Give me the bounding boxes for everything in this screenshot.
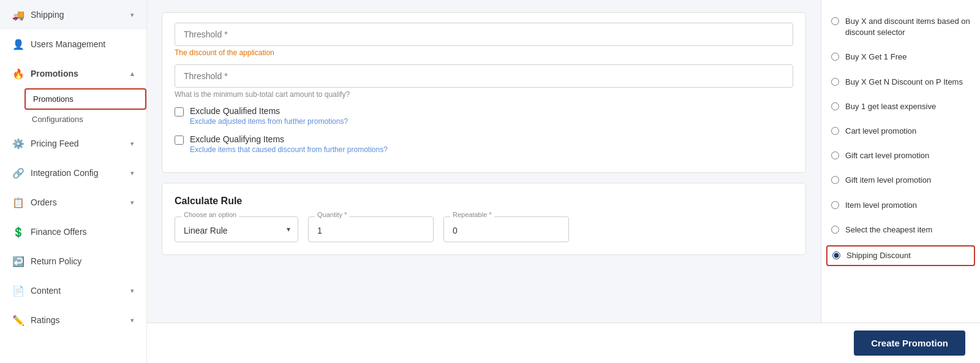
sidebar-item-integration-config[interactable]: 🔗 Integration Config ▾: [0, 158, 146, 188]
sidebar-item-shipping[interactable]: 🚚 Shipping ▾: [0, 0, 146, 29]
radio-buy-1-least-expensive[interactable]: Buy 1 get least expensive: [831, 97, 970, 116]
discount-input-group: The discount of the application: [175, 23, 793, 57]
repeatable-group: Repeatable *: [443, 216, 569, 242]
sidebar-item-promotions-sub[interactable]: Promotions: [24, 88, 146, 110]
radio-gift-cart-level-label: Gift cart level promotion: [845, 150, 929, 161]
chevron-down-icon: ▾: [130, 287, 134, 295]
radio-item-level-label: Item level promotion: [845, 200, 917, 211]
choose-option-group: Choose an option Linear Rule Fixed Rule …: [175, 216, 298, 242]
sidebar: 🚚 Shipping ▾ 👤 Users Management 🔥 Promot…: [0, 0, 147, 363]
sidebar-item-users-management[interactable]: 👤 Users Management: [0, 29, 146, 59]
chevron-down-icon: ▾: [130, 199, 134, 207]
pricing-feed-icon: ⚙️: [12, 137, 24, 150]
main-area: The discount of the application What is …: [147, 0, 980, 363]
repeatable-input[interactable]: [444, 217, 568, 242]
sidebar-item-label: Users Management: [31, 39, 105, 49]
chevron-up-icon: ▴: [130, 70, 134, 78]
sidebar-item-label: Shipping: [31, 10, 64, 20]
user-icon: 👤: [12, 38, 24, 50]
promotions-submenu: Promotions Configurations: [0, 88, 146, 129]
chevron-down-icon: ▾: [130, 316, 134, 324]
radio-select-cheapest[interactable]: Select the cheapest item: [831, 221, 970, 239]
chevron-down-icon: ▾: [130, 140, 134, 148]
threshold-input[interactable]: [175, 64, 793, 88]
sidebar-item-label: Finance Offers: [31, 227, 87, 237]
exclude-qualifying-label: Exclude Qualifying Items: [190, 134, 388, 144]
quantity-label: Quantity *: [315, 211, 349, 218]
radio-select-cheapest-label: Select the cheapest item: [845, 224, 932, 235]
calc-row: Choose an option Linear Rule Fixed Rule …: [175, 216, 793, 242]
sidebar-item-label: Ratings: [31, 315, 59, 325]
content-area: The discount of the application What is …: [147, 0, 980, 323]
calculate-rule-card: Calculate Rule Choose an option Linear R…: [162, 183, 806, 255]
radio-shipping-discount-label: Shipping Discount: [846, 250, 911, 261]
radio-buy-x-get-1-free-label: Buy X Get 1 Free: [845, 52, 907, 63]
shipping-icon: 🚚: [12, 9, 24, 21]
threshold-hint: What is the minimum sub-total cart amoun…: [175, 90, 793, 99]
radio-buy-x-discount-label: Buy X and discount items based on discou…: [845, 16, 970, 38]
sidebar-item-pricing-feed[interactable]: ⚙️ Pricing Feed ▾: [0, 129, 146, 158]
sidebar-item-ratings[interactable]: ✏️ Ratings ▾: [0, 305, 146, 335]
ratings-icon: ✏️: [12, 314, 24, 326]
sidebar-item-label: Return Policy: [31, 256, 81, 266]
quantity-group: Quantity *: [308, 216, 434, 242]
exclude-qualified-row: Exclude Qualified Items Exclude adjusted…: [175, 106, 793, 126]
radio-shipping-discount[interactable]: Shipping Discount: [826, 245, 975, 266]
radio-buy-x-discount-input[interactable]: [831, 17, 839, 25]
choose-option-select[interactable]: Linear Rule Fixed Rule Percentage Rule: [175, 217, 298, 242]
radio-buy-1-least-expensive-label: Buy 1 get least expensive: [845, 101, 936, 112]
radio-gift-item-level[interactable]: Gift item level promotion: [831, 171, 970, 189]
integration-icon: 🔗: [12, 167, 24, 179]
orders-icon: 📋: [12, 196, 24, 208]
sidebar-item-content[interactable]: 📄 Content ▾: [0, 276, 146, 305]
exclude-qualified-checkbox[interactable]: [175, 107, 184, 117]
create-promotion-button[interactable]: Create Promotion: [854, 331, 965, 356]
exclude-qualifying-hint: Exclude items that caused discount from …: [190, 145, 388, 154]
sidebar-item-label: Promotions: [31, 69, 78, 78]
radio-buy-1-least-expensive-input[interactable]: [831, 102, 839, 110]
sidebar-item-label: Orders: [31, 197, 57, 207]
sidebar-item-return-policy[interactable]: ↩️ Return Policy: [0, 246, 146, 276]
radio-buy-x-get-n-discount[interactable]: Buy X Get N Discount on P Items: [831, 73, 970, 91]
bottom-bar: Create Promotion: [147, 323, 980, 363]
radio-select-cheapest-input[interactable]: [831, 226, 839, 234]
radio-cart-level-label: Cart level promotion: [845, 126, 916, 137]
discount-info-card: The discount of the application What is …: [162, 12, 806, 173]
sidebar-item-configurations[interactable]: Configurations: [32, 110, 146, 129]
radio-buy-x-discount[interactable]: Buy X and discount items based on discou…: [831, 12, 970, 42]
sidebar-item-orders[interactable]: 📋 Orders ▾: [0, 188, 146, 217]
radio-buy-x-get-1-free-input[interactable]: [831, 53, 839, 61]
exclude-qualified-hint: Exclude adjusted items from further prom…: [190, 117, 348, 126]
promotion-type-panel: Buy X and discount items based on discou…: [821, 0, 980, 323]
radio-gift-item-level-label: Gift item level promotion: [845, 175, 931, 186]
radio-buy-x-get-1-free[interactable]: Buy X Get 1 Free: [831, 48, 970, 66]
finance-icon: 💲: [12, 226, 24, 238]
radio-item-level-input[interactable]: [831, 201, 839, 209]
chevron-down-icon: ▾: [130, 11, 134, 19]
choose-option-wrapper: Linear Rule Fixed Rule Percentage Rule ▾: [175, 217, 298, 242]
quantity-input[interactable]: [309, 217, 433, 242]
return-icon: ↩️: [12, 255, 24, 267]
sidebar-item-promotions[interactable]: 🔥 Promotions ▴: [0, 59, 146, 88]
center-panel: The discount of the application What is …: [147, 0, 821, 323]
repeatable-label: Repeatable *: [450, 211, 494, 218]
radio-cart-level-input[interactable]: [831, 127, 839, 135]
sidebar-item-label: Content: [31, 286, 61, 296]
sidebar-item-finance-offers[interactable]: 💲 Finance Offers: [0, 217, 146, 246]
radio-gift-item-level-input[interactable]: [831, 176, 839, 184]
calculate-rule-title: Calculate Rule: [175, 196, 793, 207]
threshold-input-group: What is the minimum sub-total cart amoun…: [175, 64, 793, 99]
radio-item-level[interactable]: Item level promotion: [831, 196, 970, 215]
exclude-qualified-label: Exclude Qualified Items: [190, 106, 348, 116]
radio-gift-cart-level[interactable]: Gift cart level promotion: [831, 147, 970, 165]
radio-buy-x-get-n-label: Buy X Get N Discount on P Items: [845, 77, 963, 88]
discount-input[interactable]: [175, 23, 793, 46]
exclude-qualifying-checkbox[interactable]: [175, 136, 184, 145]
sidebar-item-label: Integration Config: [31, 168, 99, 178]
radio-gift-cart-level-input[interactable]: [831, 151, 839, 159]
radio-cart-level[interactable]: Cart level promotion: [831, 122, 970, 140]
exclude-qualifying-row: Exclude Qualifying Items Exclude items t…: [175, 134, 793, 154]
radio-buy-x-get-n-input[interactable]: [831, 78, 839, 86]
discount-hint: The discount of the application: [175, 48, 793, 57]
radio-shipping-discount-input[interactable]: [832, 251, 840, 259]
